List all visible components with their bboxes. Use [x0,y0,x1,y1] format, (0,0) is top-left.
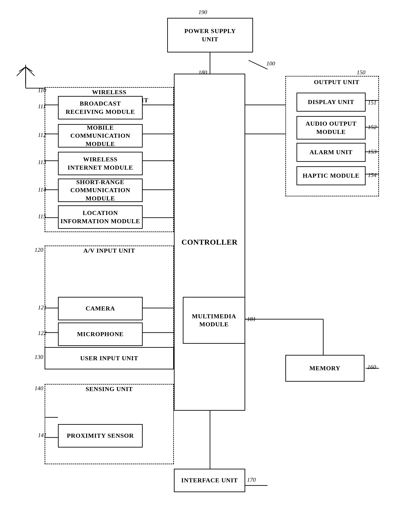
audio-output-box: AUDIO OUTPUTMODULE [297,116,366,140]
location-box: LOCATIONINFORMATION MODULE [58,205,143,229]
ref-141: 141 [38,432,46,439]
wireless-internet-box: WIRELESSINTERNET MODULE [58,152,143,175]
ref-112: 112 [38,132,46,138]
ref-152: 152 [368,124,376,130]
ref-114: 114 [38,186,46,193]
ref-110: 110 [38,87,46,94]
output-label: OUTPUT UNIT [297,78,377,86]
multimedia-box: MULTIMEDIAMODULE [183,297,245,344]
svg-line-37 [17,67,26,76]
ref-154: 154 [368,172,376,178]
ref-160: 160 [367,364,376,370]
av-input-label: A/V INPUT UNIT [56,247,163,255]
ref-121: 121 [38,304,46,311]
mobile-comm-box: MOBILECOMMUNICATION MODULE [58,124,143,147]
ref-122: 122 [38,330,46,337]
short-range-box: SHORT-RANGECOMMUNICATION MODULE [58,178,143,202]
power-supply-box: POWER SUPPLYUNIT [167,18,253,52]
proximity-box: PROXIMITY SENSOR [58,424,143,448]
ref-190: 190 [198,9,207,16]
memory-box: MEMORY [285,355,364,382]
ref-170: 170 [247,477,256,483]
antenna-icon [15,47,37,88]
ref-120: 120 [35,247,43,253]
controller-box: CONTROLLER [174,74,245,411]
ref-140: 140 [35,385,43,392]
interface-box: INTERFACE UNIT [174,469,245,492]
ref-150: 150 [357,69,365,76]
ref-115: 115 [38,213,46,220]
svg-line-38 [26,67,35,76]
broadcast-box: BROADCASTRECEIVING MODULE [58,96,143,119]
haptic-box: HAPTIC MODULE [297,166,366,185]
microphone-box: MICROPHONE [58,322,143,346]
display-box: DISPLAY UNIT [297,93,366,112]
camera-box: CAMERA [58,297,143,320]
user-input-box: USER INPUT UNIT [45,347,174,370]
ref-153: 153 [368,148,376,155]
ref-113: 113 [38,159,46,166]
ref-130: 130 [35,354,43,360]
sensing-label: SENSING UNIT [56,385,163,393]
ref-181: 181 [247,316,256,322]
alarm-box: ALARM UNIT [297,143,366,162]
svg-line-35 [249,60,268,69]
ref-100: 100 [266,60,275,67]
ref-151: 151 [368,99,376,106]
ref-111: 111 [38,103,46,110]
